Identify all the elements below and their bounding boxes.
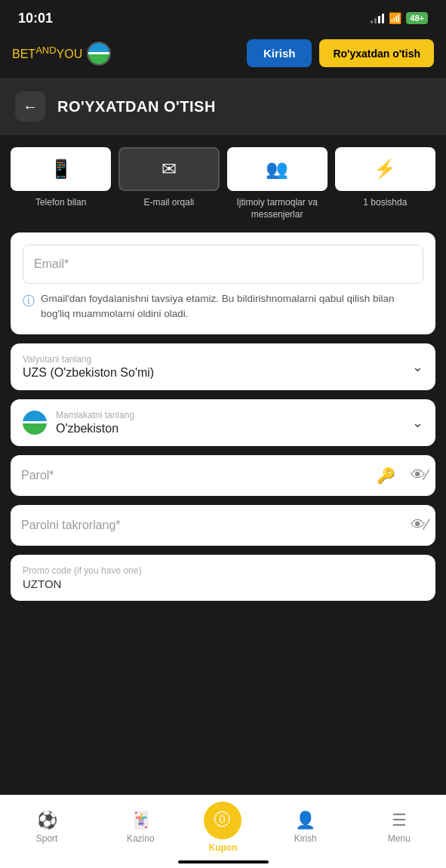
phone-icon: 📱 (11, 147, 111, 191)
tab-phone-label: Telefon bilan (35, 197, 86, 209)
wifi-icon: 📶 (389, 12, 401, 24)
email-info-text: ⓘ Gmail'dan foydalanishni tavsiya etamiz… (23, 291, 423, 322)
confirm-password-card: 👁∕ (11, 505, 435, 546)
eye-slash-icon[interactable]: 👁∕ (406, 466, 432, 484)
tab-phone[interactable]: 📱 Telefon bilan (11, 147, 111, 220)
logo-you: YOU (57, 48, 83, 61)
battery-indicator: 48+ (406, 12, 428, 24)
nav-sport[interactable]: ⚽ Sport (17, 811, 77, 844)
login-button[interactable]: Kirish (247, 39, 312, 67)
promo-label: Promo code (if you have one) (23, 565, 423, 576)
confirm-password-input[interactable] (21, 508, 400, 543)
home-indicator (178, 860, 269, 863)
kupon-icon: 🄋 (204, 802, 241, 839)
currency-select[interactable]: Valyutani tanlang UZS (O'zbekiston So'mi… (11, 343, 435, 390)
country-value: O'zbekiston (56, 422, 134, 436)
nav-kirish-label: Kirish (294, 833, 317, 844)
status-bar: 10:01 📶 48+ (0, 0, 446, 33)
social-icon: 👥 (227, 147, 328, 191)
bottom-navigation: ⚽ Sport 🃏 Kazino 🄋 Kupon 👤 Kirish ☰ Menu (0, 795, 446, 868)
country-select[interactable]: Mamlakatni tanlang O'zbekiston ⌄ (11, 399, 435, 446)
tab-oneclick[interactable]: ⚡ 1 bosishda (335, 147, 435, 220)
tab-social-label: Ijtimoiy tarmoqlar va messenjerlar (227, 197, 328, 220)
promo-card: Promo code (if you have one) UZTON (11, 555, 435, 601)
app-header: BETANDYOU Kirish Ro'yxatdan o'tish (0, 33, 446, 78)
nav-kazino-label: Kazino (127, 833, 155, 844)
register-button[interactable]: Ro'yxatdan o'tish (319, 39, 434, 67)
chevron-down-icon: ⌄ (412, 414, 423, 431)
menu-icon: ☰ (392, 811, 407, 830)
page-header: ← RO'YXATDAN O'TISH (0, 78, 446, 135)
status-icons: 📶 48+ (371, 12, 428, 24)
tab-email[interactable]: ✉ E-mail orqali (118, 147, 219, 220)
country-flag-icon (23, 411, 47, 435)
chevron-down-icon: ⌄ (412, 359, 423, 375)
country-label: Mamlakatni tanlang (56, 410, 134, 420)
email-icon: ✉ (118, 147, 219, 191)
header-buttons: Kirish Ro'yxatdan o'tish (247, 39, 434, 67)
logo: BETANDYOU (12, 42, 111, 66)
nav-menu[interactable]: ☰ Menu (369, 811, 429, 844)
page-title: RO'YXATDAN O'TISH (57, 98, 216, 115)
password-card: 🔑 👁∕ (11, 455, 435, 496)
kazino-icon: 🃏 (131, 811, 151, 830)
nav-kazino[interactable]: 🃏 Kazino (110, 811, 171, 844)
nav-sport-label: Sport (36, 833, 58, 844)
nav-kupon[interactable]: 🄋 Kupon (204, 802, 241, 853)
language-flag[interactable] (87, 42, 111, 66)
form-area: ⓘ Gmail'dan foydalanishni tavsiya etamiz… (0, 223, 446, 868)
nav-kirish[interactable]: 👤 Kirish (275, 811, 336, 844)
kirish-icon: 👤 (295, 811, 315, 830)
oneclick-icon: ⚡ (335, 147, 435, 191)
currency-value: UZS (O'zbekiston So'mi) (23, 366, 154, 380)
eye-slash-icon[interactable]: 👁∕ (406, 516, 432, 534)
info-icon: ⓘ (23, 292, 35, 322)
tab-social[interactable]: 👥 Ijtimoiy tarmoqlar va messenjerlar (227, 147, 328, 220)
tab-oneclick-label: 1 bosishda (363, 197, 407, 209)
email-input[interactable] (23, 245, 423, 284)
promo-value[interactable]: UZTON (23, 577, 423, 590)
nav-menu-label: Menu (388, 833, 411, 844)
password-input[interactable] (21, 458, 366, 493)
logo-bet: BET (12, 48, 35, 61)
key-icon: 🔑 (372, 466, 400, 485)
nav-kupon-label: Kupon (208, 842, 237, 853)
currency-label: Valyutani tanlang (23, 354, 154, 365)
sport-icon: ⚽ (37, 811, 57, 830)
status-time: 10:01 (18, 11, 53, 26)
logo-text: BETANDYOU (12, 45, 82, 61)
registration-tabs: 📱 Telefon bilan ✉ E-mail orqali 👥 Ijtimo… (0, 135, 446, 223)
email-card: ⓘ Gmail'dan foydalanishni tavsiya etamiz… (11, 232, 435, 334)
back-button[interactable]: ← (15, 91, 45, 122)
signal-icon (371, 13, 384, 23)
tab-email-label: E-mail orqali (144, 197, 195, 209)
